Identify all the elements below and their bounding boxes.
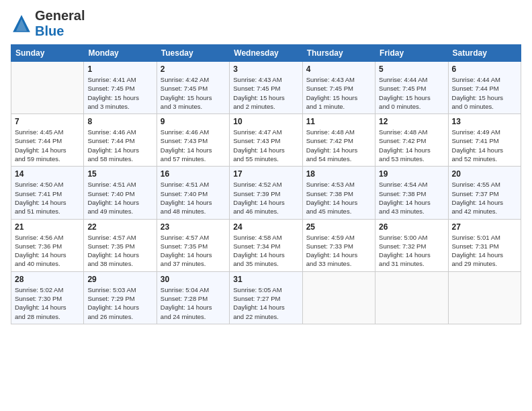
calendar-cell: 16Sunrise: 4:51 AM Sunset: 7:40 PM Dayli…: [157, 167, 229, 219]
day-number: 19: [379, 169, 444, 179]
day-number: 20: [452, 169, 517, 179]
calendar-cell: 22Sunrise: 4:57 AM Sunset: 7:35 PM Dayli…: [84, 219, 157, 271]
logo-blue-text: Blue: [35, 24, 64, 38]
logo: General Blue: [11, 8, 85, 39]
day-info: Sunrise: 4:41 AM Sunset: 7:45 PM Dayligh…: [87, 75, 152, 111]
calendar-cell: 23Sunrise: 4:57 AM Sunset: 7:35 PM Dayli…: [157, 219, 229, 271]
day-number: 21: [15, 222, 80, 232]
calendar-cell: 3Sunrise: 4:43 AM Sunset: 7:45 PM Daylig…: [230, 62, 302, 114]
page: General Blue SundayMondayTuesdayWednesda…: [0, 0, 532, 411]
day-number: 2: [161, 64, 226, 74]
day-number: 23: [161, 222, 226, 232]
weekday-header-sunday: Sunday: [11, 45, 84, 62]
day-number: 7: [15, 117, 80, 126]
logo-svg: [11, 13, 32, 34]
calendar-cell: 15Sunrise: 4:51 AM Sunset: 7:40 PM Dayli…: [84, 167, 157, 219]
header: General Blue: [11, 8, 521, 39]
calendar-cell: 20Sunrise: 4:55 AM Sunset: 7:37 PM Dayli…: [448, 167, 521, 219]
calendar-cell: 5Sunrise: 4:44 AM Sunset: 7:45 PM Daylig…: [375, 62, 448, 114]
weekday-header-friday: Friday: [375, 45, 448, 62]
day-number: 29: [87, 275, 152, 284]
day-info: Sunrise: 5:05 AM Sunset: 7:27 PM Dayligh…: [233, 285, 298, 321]
day-info: Sunrise: 4:57 AM Sunset: 7:35 PM Dayligh…: [161, 233, 226, 269]
calendar-cell: [448, 271, 521, 324]
day-info: Sunrise: 4:51 AM Sunset: 7:40 PM Dayligh…: [87, 180, 152, 216]
day-number: 27: [452, 222, 517, 232]
day-info: Sunrise: 5:00 AM Sunset: 7:32 PM Dayligh…: [379, 233, 444, 269]
day-info: Sunrise: 4:57 AM Sunset: 7:35 PM Dayligh…: [87, 233, 152, 269]
day-number: 6: [452, 64, 517, 74]
calendar-week-row: 7Sunrise: 4:45 AM Sunset: 7:44 PM Daylig…: [11, 114, 521, 167]
calendar-cell: 4Sunrise: 4:43 AM Sunset: 7:45 PM Daylig…: [302, 62, 375, 114]
day-info: Sunrise: 5:02 AM Sunset: 7:30 PM Dayligh…: [15, 285, 80, 321]
day-info: Sunrise: 5:03 AM Sunset: 7:29 PM Dayligh…: [87, 285, 152, 321]
day-info: Sunrise: 4:46 AM Sunset: 7:44 PM Dayligh…: [87, 128, 152, 163]
calendar-cell: 21Sunrise: 4:56 AM Sunset: 7:36 PM Dayli…: [11, 219, 84, 271]
weekday-header-tuesday: Tuesday: [157, 45, 229, 62]
calendar-cell: 17Sunrise: 4:52 AM Sunset: 7:39 PM Dayli…: [230, 167, 302, 219]
calendar-cell: 18Sunrise: 4:53 AM Sunset: 7:38 PM Dayli…: [302, 167, 375, 219]
day-number: 3: [233, 64, 298, 74]
calendar-cell: 31Sunrise: 5:05 AM Sunset: 7:27 PM Dayli…: [230, 271, 302, 324]
day-number: 22: [87, 222, 152, 232]
day-number: 13: [452, 117, 517, 126]
calendar-cell: 24Sunrise: 4:58 AM Sunset: 7:34 PM Dayli…: [230, 219, 302, 271]
day-number: 25: [306, 222, 371, 232]
day-info: Sunrise: 4:43 AM Sunset: 7:45 PM Dayligh…: [306, 75, 371, 111]
day-info: Sunrise: 4:48 AM Sunset: 7:42 PM Dayligh…: [306, 128, 371, 163]
weekday-header-thursday: Thursday: [302, 45, 375, 62]
day-number: 9: [161, 117, 226, 126]
day-info: Sunrise: 4:44 AM Sunset: 7:44 PM Dayligh…: [452, 75, 517, 111]
day-number: 17: [233, 169, 298, 179]
calendar-cell: 29Sunrise: 5:03 AM Sunset: 7:29 PM Dayli…: [84, 271, 157, 324]
calendar-cell: 12Sunrise: 4:48 AM Sunset: 7:42 PM Dayli…: [375, 114, 448, 167]
logo-general-text: General: [35, 8, 85, 23]
calendar-cell: 26Sunrise: 5:00 AM Sunset: 7:32 PM Dayli…: [375, 219, 448, 271]
day-info: Sunrise: 4:49 AM Sunset: 7:41 PM Dayligh…: [452, 128, 517, 163]
day-number: 31: [233, 275, 298, 284]
calendar-week-row: 1Sunrise: 4:41 AM Sunset: 7:45 PM Daylig…: [11, 62, 521, 114]
weekday-header-saturday: Saturday: [448, 45, 521, 62]
day-number: 5: [379, 64, 444, 74]
day-info: Sunrise: 4:48 AM Sunset: 7:42 PM Dayligh…: [379, 128, 444, 163]
calendar-cell: 2Sunrise: 4:42 AM Sunset: 7:45 PM Daylig…: [157, 62, 229, 114]
day-number: 11: [306, 117, 371, 126]
calendar-cell: [11, 62, 84, 114]
day-info: Sunrise: 4:45 AM Sunset: 7:44 PM Dayligh…: [15, 128, 80, 163]
day-info: Sunrise: 4:47 AM Sunset: 7:43 PM Dayligh…: [233, 128, 298, 163]
calendar-cell: 7Sunrise: 4:45 AM Sunset: 7:44 PM Daylig…: [11, 114, 84, 167]
calendar-cell: 6Sunrise: 4:44 AM Sunset: 7:44 PM Daylig…: [448, 62, 521, 114]
calendar-cell: 28Sunrise: 5:02 AM Sunset: 7:30 PM Dayli…: [11, 271, 84, 324]
calendar-cell: 10Sunrise: 4:47 AM Sunset: 7:43 PM Dayli…: [230, 114, 302, 167]
weekday-header-monday: Monday: [84, 45, 157, 62]
day-info: Sunrise: 4:53 AM Sunset: 7:38 PM Dayligh…: [306, 180, 371, 216]
day-number: 8: [87, 117, 152, 126]
day-info: Sunrise: 4:44 AM Sunset: 7:45 PM Dayligh…: [379, 75, 444, 111]
day-info: Sunrise: 4:58 AM Sunset: 7:34 PM Dayligh…: [233, 233, 298, 269]
weekday-header-wednesday: Wednesday: [230, 45, 302, 62]
day-number: 30: [161, 275, 226, 284]
calendar-week-row: 21Sunrise: 4:56 AM Sunset: 7:36 PM Dayli…: [11, 219, 521, 271]
day-number: 4: [306, 64, 371, 74]
day-info: Sunrise: 4:54 AM Sunset: 7:38 PM Dayligh…: [379, 180, 444, 216]
calendar-cell: 25Sunrise: 4:59 AM Sunset: 7:33 PM Dayli…: [302, 219, 375, 271]
calendar-cell: 19Sunrise: 4:54 AM Sunset: 7:38 PM Dayli…: [375, 167, 448, 219]
day-info: Sunrise: 4:42 AM Sunset: 7:45 PM Dayligh…: [161, 75, 226, 111]
calendar-cell: 9Sunrise: 4:46 AM Sunset: 7:43 PM Daylig…: [157, 114, 229, 167]
calendar-cell: [302, 271, 375, 324]
day-info: Sunrise: 4:50 AM Sunset: 7:41 PM Dayligh…: [15, 180, 80, 216]
calendar-table: SundayMondayTuesdayWednesdayThursdayFrid…: [11, 44, 521, 324]
day-info: Sunrise: 4:59 AM Sunset: 7:33 PM Dayligh…: [306, 233, 371, 269]
day-number: 24: [233, 222, 298, 232]
day-number: 15: [87, 169, 152, 179]
calendar-cell: 30Sunrise: 5:04 AM Sunset: 7:28 PM Dayli…: [157, 271, 229, 324]
day-number: 16: [161, 169, 226, 179]
day-info: Sunrise: 4:52 AM Sunset: 7:39 PM Dayligh…: [233, 180, 298, 216]
day-info: Sunrise: 4:43 AM Sunset: 7:45 PM Dayligh…: [233, 75, 298, 111]
day-number: 28: [15, 275, 80, 284]
day-number: 26: [379, 222, 444, 232]
calendar-cell: 8Sunrise: 4:46 AM Sunset: 7:44 PM Daylig…: [84, 114, 157, 167]
weekday-header-row: SundayMondayTuesdayWednesdayThursdayFrid…: [11, 45, 521, 62]
day-number: 10: [233, 117, 298, 126]
day-info: Sunrise: 5:04 AM Sunset: 7:28 PM Dayligh…: [161, 285, 226, 321]
